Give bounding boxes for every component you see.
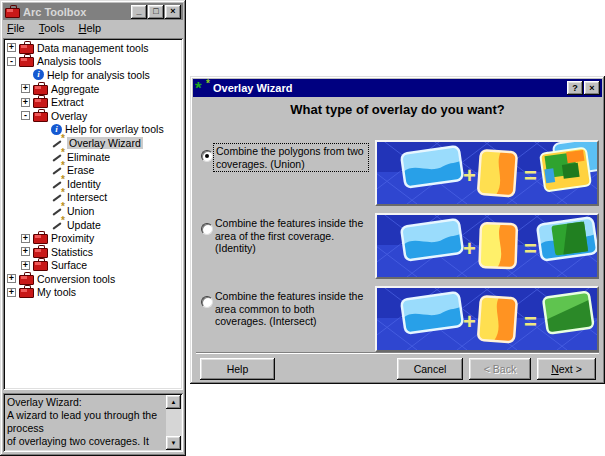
tree-item-label-selected: Overlay Wizard bbox=[67, 137, 143, 149]
tree-item-update[interactable]: Update bbox=[3, 218, 183, 232]
collapse-icon[interactable]: - bbox=[7, 57, 16, 66]
tree-item-surface[interactable]: + Surface bbox=[3, 259, 183, 273]
tool-description-text: Overlay Wizard: A wizard to lead you thr… bbox=[7, 396, 164, 449]
toolbox-icon bbox=[33, 98, 48, 108]
tree-item-data-management-tools[interactable]: + Data management tools bbox=[3, 41, 183, 55]
tree-item-label: My tools bbox=[37, 286, 76, 298]
tree-item-label: Data management tools bbox=[37, 42, 148, 54]
tool-description-panel: Overlay Wizard: A wizard to lead you thr… bbox=[3, 393, 183, 452]
next-button[interactable]: Next > bbox=[537, 358, 596, 380]
menu-help[interactable]: Help bbox=[78, 22, 101, 36]
union-illustration: + = bbox=[375, 140, 599, 206]
menu-file[interactable]: File bbox=[7, 22, 25, 36]
tree-item-conversion-tools[interactable]: + Conversion tools bbox=[3, 272, 183, 286]
toolbox-icon bbox=[33, 112, 48, 122]
scroll-up-icon[interactable]: ▲ bbox=[166, 395, 181, 409]
svg-text:=: = bbox=[524, 309, 537, 334]
tree-item-eliminate[interactable]: Eliminate bbox=[3, 150, 183, 164]
toolbox-icon bbox=[19, 44, 34, 54]
arc-toolbox-window: Arc Toolbox _ □ × File Tools Help + Data… bbox=[0, 0, 186, 456]
tree-item-statistics[interactable]: + Statistics bbox=[3, 245, 183, 259]
expand-icon[interactable]: + bbox=[7, 43, 16, 52]
maximize-button[interactable]: □ bbox=[148, 5, 164, 19]
intersect-illustration: + = bbox=[375, 286, 599, 352]
menu-bar: File Tools Help bbox=[3, 21, 183, 37]
radio-union[interactable] bbox=[201, 150, 213, 162]
overlay-wizard-dialog: Overlay Wizard ? × What type of overlay … bbox=[190, 76, 605, 384]
svg-text:+: + bbox=[463, 236, 476, 261]
overlay-wizard-titlebar[interactable]: Overlay Wizard ? × bbox=[193, 79, 602, 97]
dialog-title: Overlay Wizard bbox=[213, 82, 566, 94]
option-identity-row: Combine the features inside the area of … bbox=[190, 211, 605, 277]
svg-text:=: = bbox=[524, 163, 537, 188]
tree-item-extract[interactable]: + Extract bbox=[3, 95, 183, 109]
tree-item-identity[interactable]: Identity bbox=[3, 177, 183, 191]
toolbox-icon bbox=[33, 85, 48, 95]
tree-item-label: Intersect bbox=[67, 191, 107, 203]
wizard-heading: What type of overlay do you want? bbox=[190, 102, 605, 117]
expand-icon[interactable]: + bbox=[21, 234, 30, 243]
tree-item-help-for-overlay-tools[interactable]: Help for overlay tools bbox=[3, 123, 183, 137]
collapse-icon[interactable]: - bbox=[21, 111, 30, 120]
expand-icon[interactable]: + bbox=[21, 247, 30, 256]
tree-item-label: Statistics bbox=[51, 246, 93, 258]
tree-item-label: Aggregate bbox=[51, 83, 99, 95]
expand-icon[interactable]: + bbox=[21, 98, 30, 107]
option-intersect-row: Combine the features inside the area com… bbox=[190, 284, 605, 350]
button-separator bbox=[196, 352, 599, 354]
tree-item-label: Help for analysis tools bbox=[47, 69, 150, 81]
tree-item-erase[interactable]: Erase bbox=[3, 163, 183, 177]
toolbox-icon bbox=[19, 275, 34, 285]
tree-item-label: Surface bbox=[51, 259, 87, 271]
tree-item-label: Help for overlay tools bbox=[65, 123, 164, 135]
tree-item-overlay[interactable]: - Overlay bbox=[3, 109, 183, 123]
back-button: < Back bbox=[469, 358, 531, 380]
scroll-down-icon[interactable]: ▼ bbox=[166, 436, 181, 450]
cancel-button[interactable]: Cancel bbox=[397, 358, 463, 380]
tree-item-label: Eliminate bbox=[67, 151, 110, 163]
help-button[interactable]: Help bbox=[200, 358, 275, 380]
close-button[interactable]: × bbox=[165, 5, 181, 19]
tree-item-my-tools[interactable]: + My tools bbox=[3, 286, 183, 300]
svg-text:=: = bbox=[524, 236, 537, 261]
tool-wand-icon bbox=[51, 219, 64, 231]
description-scrollbar[interactable]: ▲ ▼ bbox=[166, 395, 181, 450]
radio-intersect[interactable] bbox=[201, 296, 213, 308]
svg-text:+: + bbox=[463, 309, 476, 334]
arc-toolbox-titlebar[interactable]: Arc Toolbox _ □ × bbox=[3, 3, 183, 20]
tree-item-label: Overlay bbox=[51, 110, 87, 122]
close-button[interactable]: × bbox=[584, 81, 600, 95]
option-identity-label[interactable]: Combine the features inside the area of … bbox=[213, 216, 369, 256]
tree-item-label: Extract bbox=[51, 96, 84, 108]
context-help-button[interactable]: ? bbox=[567, 81, 583, 95]
expand-icon[interactable]: + bbox=[7, 288, 16, 297]
radio-identity[interactable] bbox=[201, 223, 213, 235]
tree-item-proximity[interactable]: + Proximity bbox=[3, 231, 183, 245]
tree-item-analysis-tools[interactable]: - Analysis tools bbox=[3, 55, 183, 69]
window-title: Arc Toolbox bbox=[23, 6, 130, 18]
tree-item-union[interactable]: Union bbox=[3, 204, 183, 218]
tree-item-aggregate[interactable]: + Aggregate bbox=[3, 82, 183, 96]
tree-item-overlay-wizard[interactable]: Overlay Wizard bbox=[3, 136, 183, 150]
tree-item-intersect[interactable]: Intersect bbox=[3, 191, 183, 205]
expand-icon[interactable]: + bbox=[7, 274, 16, 283]
tree-item-label: Update bbox=[67, 219, 101, 231]
tree-item-help-for-analysis-tools[interactable]: Help for analysis tools bbox=[3, 68, 183, 82]
expand-icon[interactable]: + bbox=[21, 84, 30, 93]
option-union-label[interactable]: Combine the polygons from two coverages.… bbox=[213, 143, 369, 172]
identity-illustration: + = bbox=[375, 213, 599, 279]
help-info-icon bbox=[33, 69, 44, 80]
menu-tools[interactable]: Tools bbox=[39, 22, 65, 36]
tree-item-label: Analysis tools bbox=[37, 55, 101, 67]
tree-item-label: Conversion tools bbox=[37, 273, 115, 285]
tree-item-label: Erase bbox=[67, 164, 94, 176]
option-union-row: Combine the polygons from two coverages.… bbox=[190, 138, 605, 204]
expand-icon[interactable]: + bbox=[21, 261, 30, 270]
toolbox-icon bbox=[19, 57, 34, 67]
minimize-button[interactable]: _ bbox=[131, 5, 147, 19]
option-intersect-label[interactable]: Combine the features inside the area com… bbox=[213, 289, 369, 329]
tool-tree: + Data management tools - Analysis tools… bbox=[3, 38, 183, 390]
toolbox-app-icon bbox=[5, 8, 20, 18]
toolbox-icon bbox=[33, 261, 48, 271]
tree-item-label: Identity bbox=[67, 178, 101, 190]
